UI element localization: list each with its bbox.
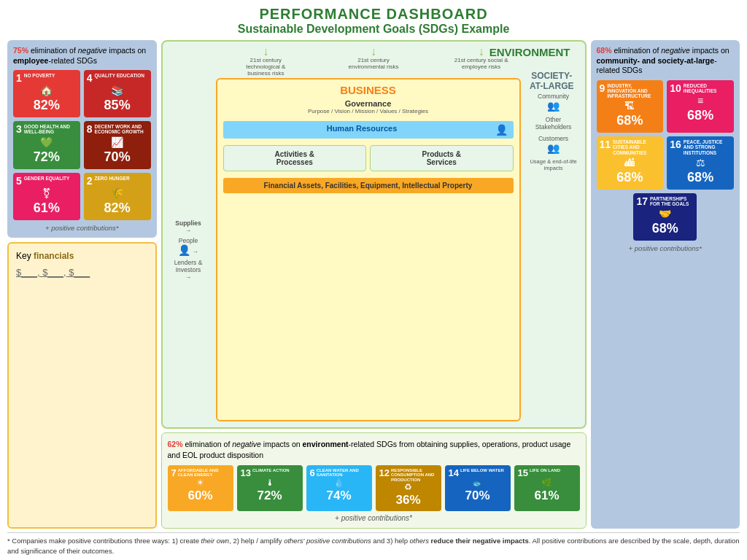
sdg-icon-16: ⚖ [696, 157, 705, 168]
sdg-label-sm-12: RESPONSIBLE CONSUMPTION AND PRODUCTION [391, 468, 438, 483]
header: PERFORMANCE DASHBOARD Sustainable Develo… [7, 6, 740, 36]
sdg-label-sm-13: CLIMATE ACTION [252, 468, 299, 473]
governance-sub: Purpose / Vision / Mission / Values / St… [223, 108, 514, 114]
page-subtitle: Sustainable Development Goals (SDGs) Exa… [7, 23, 740, 36]
right-sdg-box: 68% elimination of negative impacts on c… [591, 40, 740, 529]
sdg-pct-3: 72% [34, 149, 60, 165]
sdg-num-sm-13: 13 [241, 468, 251, 478]
sdg-num-11: 11 [600, 139, 611, 149]
sdg-label-11: SUSTAINABLE CITIES AND COMMUNITIES [613, 139, 660, 155]
env-arrow-text-3: 21st century social & employee risks [452, 57, 511, 70]
left-pct: 75% [13, 46, 28, 55]
sdg-num-sm-15: 15 [518, 468, 528, 478]
sdg-pct-16: 68% [687, 170, 713, 185]
sdg-card-2: 2 ZERO HUNGER 🌾 82% [84, 173, 151, 220]
sdg-icon-sm-14: 🐟 [472, 478, 483, 488]
side-label-left: Supplies → People 👤 → Lenders &Investors… [169, 78, 209, 421]
sdg-label-17: PARTNERSHIPS FOR THE GOALS [650, 196, 694, 206]
sdg-card-4: 4 QUALITY EDUCATION 📚 85% [84, 70, 151, 117]
other-stakeholders-side-item: OtherStakeholders [535, 116, 572, 131]
sdg-num-2: 2 [87, 176, 93, 186]
sdg-num-8: 8 [87, 124, 93, 134]
sdg-num-5: 5 [16, 176, 22, 186]
env-arrow-icon-2: ↓ [344, 47, 403, 57]
env-arrow-text-1: 21st century technological & business ri… [236, 57, 295, 77]
side-label-right: Community 👥 OtherStakeholders Customers … [528, 78, 579, 421]
hr-person-icon: 👤 [495, 124, 508, 136]
hr-label: Human Resources [327, 124, 398, 133]
sdg-card-5: 5 GENDER EQUALITY ⚧ 61% [13, 173, 80, 220]
products-box: Products &Services [370, 145, 514, 171]
sdg-pct-sm-7: 60% [187, 489, 212, 503]
activities-box: Activities &Processes [223, 145, 367, 171]
sdg-pct-sm-15: 61% [534, 489, 559, 503]
sdg-num-3: 3 [16, 124, 22, 134]
sdg-pct-10: 68% [687, 108, 713, 123]
env-arrow-box-2: ↓ 21st century environmental risks [344, 47, 403, 77]
footer: * Companies make positive contributions … [7, 532, 740, 556]
sdg-card-8: 8 DECENT WORK AND ECONOMIC GROWTH 📈 70% [84, 121, 151, 168]
sdg-label-8: DECENT WORK AND ECONOMIC GROWTH [95, 124, 148, 134]
sdg-card-9: 9 INDUSTRY, INNOVATION AND INFRASTRUCTUR… [597, 80, 664, 133]
lenders-side-item: Lenders &Investors → [174, 259, 203, 281]
sdg-label-1: NO POVERTY [24, 73, 77, 78]
left-sdg-box: 75% elimination of negative impacts on e… [7, 40, 157, 238]
env-arrow-text-2: 21st century environmental risks [344, 57, 403, 70]
sdg-num-sm-14: 14 [449, 468, 459, 478]
sdg-label-sm-15: LIFE ON LAND [530, 468, 576, 473]
left-sdg-grid: 1 NO POVERTY 🏠 82% 4 QUALITY EDUCATION 📚 [13, 70, 151, 219]
sdg-card-14: 14 LIFE BELOW WATER 🐟 70% [445, 465, 511, 512]
sdg-icon-sm-12: ♻ [404, 482, 412, 492]
customers-side-item: Customers 👥 [538, 135, 568, 154]
governance-section: Governance Purpose / Vision / Mission / … [223, 99, 514, 114]
sdg-label-sm-7: AFFORDABLE AND CLEAN ENERGY [178, 468, 230, 478]
sdg-num-1: 1 [16, 73, 22, 83]
right-panel: 68% elimination of negative impacts on c… [591, 40, 740, 529]
sdg-label-10: REDUCED INEQUALITIES [684, 83, 731, 93]
env-pct: 62% [168, 440, 183, 448]
sdg-pct-sm-6: 74% [326, 489, 351, 503]
sdg-num-17: 17 [636, 196, 648, 206]
hr-bar: Human Resources 👤 [223, 121, 514, 139]
sdg-pct-5: 61% [34, 201, 60, 216]
sdg-label-4: QUALITY EDUCATION [95, 73, 148, 78]
sdg-label-5: GENDER EQUALITY [24, 176, 77, 181]
sdg-num-sm-12: 12 [379, 468, 390, 478]
key-financials-title: Key financials [16, 251, 148, 261]
right-positive-contrib: + positive contributions* [597, 244, 735, 252]
sdg-icon-8: 📈 [111, 136, 123, 148]
sdg-icon-9: 🏗 [624, 100, 635, 112]
sdg-num-sm-6: 6 [310, 468, 315, 478]
sdg-icon-1: 🏠 [40, 85, 53, 96]
community-side-item: Community 👥 [538, 93, 569, 112]
right-sdg-grid: 9 INDUSTRY, INNOVATION AND INFRASTRUCTUR… [597, 80, 735, 190]
sdg-pct-8: 70% [104, 149, 131, 165]
sdg-pct-1: 82% [34, 98, 60, 113]
sdg-icon-17: 🤝 [659, 208, 671, 219]
sdg-pct-2: 82% [104, 201, 131, 216]
sdg-label-2: ZERO HUNGER [95, 176, 148, 181]
sdg-num-10: 10 [670, 83, 681, 93]
sdg-label-3: GOOD HEALTH AND WELL-BEING [24, 124, 77, 134]
sdg-num-9: 9 [600, 83, 605, 93]
sdg-label-sm-6: CLEAN WATER AND SANITATION [317, 468, 368, 478]
right-pct: 68% [597, 46, 612, 55]
env-arrow-box-1: ↓ 21st century technological & business … [236, 47, 295, 77]
sdg-pct-9: 68% [616, 113, 643, 128]
sdg-icon-11: 🏙 [624, 157, 635, 168]
key-financials-values: $___, $___, $___ [16, 267, 148, 278]
sdg-card-6: 6 CLEAN WATER AND SANITATION 💧 74% [306, 465, 372, 512]
people-side-item: People 👤 → [178, 237, 198, 256]
usage-side-item: Usage & end-of-lifeimpacts [530, 158, 576, 171]
main-content: 75% elimination of negative impacts on e… [7, 40, 740, 529]
business-wrapper: Supplies → People 👤 → Lenders &Investors… [169, 78, 579, 421]
governance-label: Governance [223, 99, 514, 108]
page-title: PERFORMANCE DASHBOARD [7, 6, 740, 23]
sdg-card-12: 12 RESPONSIBLE CONSUMPTION AND PRODUCTIO… [376, 465, 441, 512]
sdg-card-3: 3 GOOD HEALTH AND WELL-BEING 💚 72% [13, 121, 80, 168]
left-sdg-title: 75% elimination of negative impacts on e… [13, 46, 151, 66]
sdg-card-16: 16 PEACE, JUSTICE AND STRONG INSTITUTION… [667, 136, 734, 189]
sdg-icon-2: 🌾 [111, 187, 123, 199]
sdg-card-11: 11 SUSTAINABLE CITIES AND COMMUNITIES 🏙 … [597, 136, 664, 189]
sdg-icon-10: ≡ [697, 95, 703, 106]
